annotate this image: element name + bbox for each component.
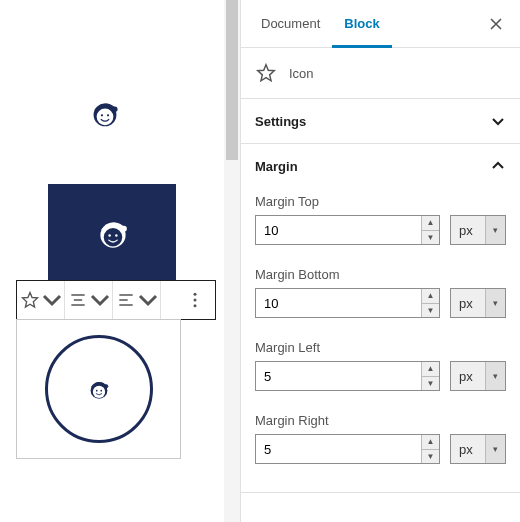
canvas-scrollbar[interactable] bbox=[224, 0, 240, 522]
panel-title: Margin bbox=[255, 159, 298, 174]
toolbar-star-button[interactable] bbox=[17, 281, 65, 319]
margin-value-input[interactable]: ▲▼ bbox=[255, 288, 440, 318]
chevron-down-icon: ▾ bbox=[485, 435, 505, 463]
unit-select[interactable]: px▾ bbox=[450, 361, 506, 391]
scroll-thumb[interactable] bbox=[226, 30, 238, 160]
toolbar-align-button-2[interactable] bbox=[113, 281, 161, 319]
chevron-down-icon bbox=[490, 113, 506, 129]
unit-select[interactable]: px▾ bbox=[450, 434, 506, 464]
number-input[interactable] bbox=[256, 223, 421, 238]
more-icon bbox=[185, 290, 205, 310]
chevron-down-icon: ▾ bbox=[485, 289, 505, 317]
chevron-down-icon: ▾ bbox=[485, 216, 505, 244]
field-label: Margin Left bbox=[255, 340, 506, 355]
selected-block[interactable] bbox=[16, 319, 181, 459]
panel-settings: Settings bbox=[241, 99, 520, 144]
block-type-label: Icon bbox=[241, 48, 520, 99]
unit-select[interactable]: px▾ bbox=[450, 288, 506, 318]
star-icon bbox=[255, 62, 277, 84]
margin-field: Margin Top▲▼px▾ bbox=[255, 194, 506, 245]
stepper: ▲▼ bbox=[421, 362, 439, 390]
step-up[interactable]: ▲ bbox=[422, 289, 439, 304]
field-label: Margin Bottom bbox=[255, 267, 506, 282]
margin-field: Margin Left▲▼px▾ bbox=[255, 340, 506, 391]
field-label: Margin Right bbox=[255, 413, 506, 428]
margin-field: Margin Right▲▼px▾ bbox=[255, 413, 506, 464]
chevron-down-icon bbox=[90, 290, 110, 310]
block-type-name: Icon bbox=[289, 66, 314, 81]
unit-value: px bbox=[451, 369, 485, 384]
step-down[interactable]: ▼ bbox=[422, 377, 439, 391]
unit-select[interactable]: px▾ bbox=[450, 215, 506, 245]
number-input[interactable] bbox=[256, 369, 421, 384]
unit-value: px bbox=[451, 223, 485, 238]
margin-value-input[interactable]: ▲▼ bbox=[255, 215, 440, 245]
star-icon bbox=[20, 290, 40, 310]
panel-settings-header[interactable]: Settings bbox=[241, 99, 520, 143]
unit-value: px bbox=[451, 442, 485, 457]
align-center-icon bbox=[68, 290, 88, 310]
svg-point-12 bbox=[194, 304, 197, 307]
mailchimp-icon bbox=[92, 212, 134, 254]
step-down[interactable]: ▼ bbox=[422, 231, 439, 245]
margin-value-input[interactable]: ▲▼ bbox=[255, 361, 440, 391]
mailchimp-icon bbox=[86, 94, 124, 132]
sidebar-tabs: Document Block bbox=[241, 0, 520, 48]
align-left-icon bbox=[116, 290, 136, 310]
block-toolbar bbox=[16, 280, 216, 320]
tab-document[interactable]: Document bbox=[249, 0, 332, 48]
panel-margin: Margin Margin Top▲▼px▾Margin Bottom▲▼px▾… bbox=[241, 144, 520, 493]
toolbar-align-button-1[interactable] bbox=[65, 281, 113, 319]
panel-margin-header[interactable]: Margin bbox=[241, 144, 520, 188]
mailchimp-icon bbox=[85, 375, 113, 403]
number-input[interactable] bbox=[256, 296, 421, 311]
stepper: ▲▼ bbox=[421, 216, 439, 244]
panel-title: Settings bbox=[255, 114, 306, 129]
stepper: ▲▼ bbox=[421, 435, 439, 463]
inspector-sidebar: Document Block Icon Settings Margin Marg… bbox=[240, 0, 520, 522]
editor-canvas bbox=[0, 0, 240, 522]
step-up[interactable]: ▲ bbox=[422, 362, 439, 377]
stepper: ▲▼ bbox=[421, 289, 439, 317]
step-down[interactable]: ▼ bbox=[422, 304, 439, 318]
chevron-up-icon bbox=[490, 158, 506, 174]
close-icon bbox=[488, 16, 504, 32]
field-label: Margin Top bbox=[255, 194, 506, 209]
chevron-down-icon: ▾ bbox=[485, 362, 505, 390]
close-sidebar-button[interactable] bbox=[480, 8, 512, 40]
margin-field: Margin Bottom▲▼px▾ bbox=[255, 267, 506, 318]
icon-circle bbox=[45, 335, 153, 443]
unit-value: px bbox=[451, 296, 485, 311]
margin-value-input[interactable]: ▲▼ bbox=[255, 434, 440, 464]
step-up[interactable]: ▲ bbox=[422, 435, 439, 450]
step-down[interactable]: ▼ bbox=[422, 450, 439, 464]
tab-block[interactable]: Block bbox=[332, 0, 391, 48]
number-input[interactable] bbox=[256, 442, 421, 457]
chevron-down-icon bbox=[138, 290, 158, 310]
chevron-down-icon bbox=[42, 290, 62, 310]
svg-point-10 bbox=[194, 293, 197, 296]
dark-icon-block bbox=[48, 184, 176, 280]
toolbar-more-button[interactable] bbox=[175, 281, 215, 319]
step-up[interactable]: ▲ bbox=[422, 216, 439, 231]
scroll-arrow-up[interactable] bbox=[226, 0, 238, 30]
svg-point-11 bbox=[194, 299, 197, 302]
